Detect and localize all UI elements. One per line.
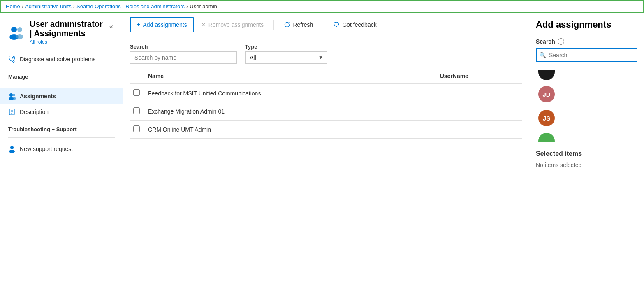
remove-assignments-button[interactable]: ✕ Remove assignments [195,18,270,31]
collapse-button[interactable]: « [108,21,115,32]
svg-point-2 [17,27,22,32]
breadcrumb-current: User admin [190,3,217,9]
sidebar-item-diagnose[interactable]: Diagnose and solve problems [0,51,123,67]
support-label: New support request [20,146,73,152]
page-subtitle: All roles [30,39,103,45]
avatar-item-partial[interactable] [536,69,637,82]
avatar-js: JS [538,110,555,126]
toolbar: + Add assignments ✕ Remove assignments R… [123,13,529,37]
row-name-2: Exchange Migration Admin 01 [145,102,437,121]
sidebar-item-support[interactable]: New support request [0,141,123,157]
refresh-icon [284,21,290,28]
avatar-item-green[interactable] [536,130,637,142]
type-filter-label: Type [245,44,327,50]
search-filter-label: Search [130,44,237,50]
add-assignments-button[interactable]: + Add assignments [130,17,194,32]
assignments-table: Name UserName Feedback for MSIT Unified … [130,69,522,139]
row-name-3: CRM Online UMT Admin [145,121,437,139]
support-section: Troubleshooting + Support [0,120,123,134]
plus-icon: + [137,21,140,28]
breadcrumb-admin-units[interactable]: Administrative units [25,3,72,9]
diagnose-label: Diagnose and solve problems [20,56,95,63]
toolbar-divider [273,20,274,30]
row-checkbox-3[interactable] [133,125,140,132]
right-panel-title: Add assignments [536,19,637,30]
heart-icon [333,21,340,28]
right-panel: Add assignments Search i 🔍 JD [529,13,644,306]
assignments-label: Assignments [20,93,56,100]
assignments-icon [8,93,16,100]
row-username-1 [437,84,522,102]
breadcrumb-home[interactable]: Home [6,3,20,9]
breadcrumb-roles[interactable]: Roles and administrators [125,3,185,9]
users-icon [8,24,25,40]
row-checkbox-1[interactable] [133,89,140,96]
select-all-cell [130,69,145,84]
page-title: User administrator | Assignments [30,19,103,38]
avatar-item-jd[interactable]: JD [536,83,637,106]
svg-point-4 [9,93,13,97]
avatar-green [538,133,555,142]
sidebar-item-assignments[interactable]: Assignments [0,88,123,104]
feedback-label: Got feedback [342,21,376,28]
avatar-item-js[interactable]: JS [536,107,637,130]
no-items-text: No items selected [536,162,637,168]
divider2 [8,137,115,138]
avatar-partial-icon [538,70,555,80]
sidebar: User administrator | Assignments All rol… [0,13,123,306]
svg-point-6 [13,94,15,96]
svg-point-13 [9,150,15,153]
manage-section: Manage [0,67,123,81]
main-content: + Add assignments ✕ Remove assignments R… [123,13,529,306]
remove-assignments-label: Remove assignments [208,21,264,28]
filter-bar: Search Type All ▼ [123,37,529,69]
type-select[interactable]: All [245,51,327,64]
toolbar-divider2 [323,20,323,30]
description-icon [8,108,16,116]
row-checkbox-2[interactable] [133,107,140,114]
divider [8,85,115,85]
support-icon [8,145,16,153]
col-name-header: Name [145,69,437,84]
x-icon: ✕ [201,21,206,28]
panel-search-input[interactable] [536,48,637,62]
breadcrumb-seattle[interactable]: Seattle Operations [76,3,121,9]
row-name-1: Feedback for MSIT Unified Communications [145,84,437,102]
avatar-list: JD JS [536,69,637,142]
svg-point-0 [11,27,17,32]
svg-point-12 [10,146,14,149]
row-username-2 [437,102,522,121]
add-assignments-label: Add assignments [143,21,187,28]
info-icon: i [558,38,564,45]
refresh-label: Refresh [293,21,313,28]
svg-point-3 [16,34,23,39]
description-label: Description [20,109,49,115]
refresh-button[interactable]: Refresh [278,18,319,31]
col-username-header: UserName [437,69,522,84]
assignments-table-area: Name UserName Feedback for MSIT Unified … [123,69,529,306]
search-input[interactable] [130,51,237,64]
sidebar-item-description[interactable]: Description [0,104,123,120]
breadcrumb: Home › Administrative units › Seattle Op… [0,0,644,13]
table-row: Exchange Migration Admin 01 [130,102,522,121]
table-row: Feedback for MSIT Unified Communications [130,84,522,102]
search-icon: 🔍 [539,52,546,58]
table-row: CRM Online UMT Admin [130,121,522,139]
selected-items-label: Selected items [536,150,637,158]
feedback-button[interactable]: Got feedback [327,18,382,31]
avatar-jd: JD [538,86,555,102]
row-username-3 [437,121,522,139]
wrench-icon [8,56,16,63]
panel-search-label: Search [536,38,555,45]
